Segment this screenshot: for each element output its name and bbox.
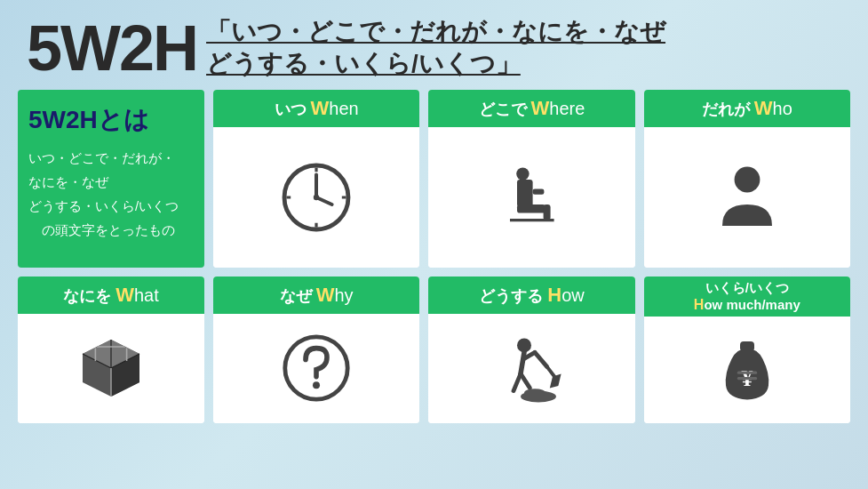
subtitle-line2: どうする・いくら/いくつ」 [206,48,665,80]
card-why: なぜ Why [213,277,419,423]
card-howmuch-body: ¥ [644,317,850,423]
clock-icon [281,162,352,233]
svg-rect-9 [517,204,545,213]
card-where-body [428,127,634,268]
main-title: 5W2H [27,16,197,80]
svg-point-14 [734,166,760,192]
question-icon [281,333,352,404]
card-where-label: どこで Where [479,100,585,118]
seat-icon [496,162,567,233]
5w2h-description-box: 5W2Hとは いつ・どこで・だれが・ なにを・なぜ どうする・いくら/いくつ の… [18,90,204,268]
svg-line-28 [521,353,524,374]
person-icon [712,162,783,233]
card-why-header: なぜ Why [213,277,419,314]
card-who: だれが Who [644,90,850,268]
card-when: いつ When [213,90,419,268]
card-howmuch: いくら/いくつ How much/many ¥ [644,277,850,423]
svg-rect-8 [517,180,533,206]
svg-line-32 [521,374,530,389]
card-when-header: いつ When [213,90,419,127]
card-when-body [213,127,419,268]
card-how-body [428,314,634,423]
box-icon [76,333,147,404]
card-where: どこで Where [428,90,634,268]
card-how: どうする How [428,277,634,423]
moneybag-icon: ¥ [712,334,783,405]
svg-rect-37 [740,341,754,351]
svg-rect-40 [737,377,757,380]
left-box-title: 5W2Hとは [28,103,194,137]
card-what: なにを What [18,277,204,423]
card-who-body [644,127,850,268]
card-what-body [18,314,204,423]
svg-line-30 [535,353,547,367]
worker-icon [496,333,567,404]
svg-rect-10 [544,204,551,220]
left-box-desc: いつ・どこで・だれが・ なにを・なぜ どうする・いくら/いくつ の頭文字をとった… [28,146,194,242]
svg-rect-12 [533,188,545,194]
card-what-header: なにを What [18,277,204,314]
card-why-label: なぜ Why [280,287,354,305]
card-why-body [213,314,419,423]
svg-rect-39 [737,371,757,373]
title-area: 5W2H 「いつ・どこで・だれが・なにを・なぜ どうする・いくら/いくつ」 [0,0,868,90]
svg-line-31 [514,374,521,391]
card-howmuch-label-en: How much/many [651,297,843,313]
svg-point-11 [517,167,530,180]
svg-point-36 [524,389,545,397]
card-who-header: だれが Who [644,90,850,127]
card-howmuch-header: いくら/いくつ How much/many [644,277,850,317]
card-how-label: どうする How [479,287,584,305]
card-what-label: なにを What [63,287,159,305]
svg-point-26 [313,381,320,389]
svg-marker-34 [550,374,561,389]
card-who-label: だれが Who [702,100,792,118]
card-where-header: どこで Where [428,90,634,127]
card-when-label: いつ When [275,100,359,118]
card-how-header: どうする How [428,277,634,314]
subtitle-line1: 「いつ・どこで・だれが・なにを・なぜ [206,16,665,48]
subtitle: 「いつ・どこで・だれが・なにを・なぜ どうする・いくら/いくつ」 [206,16,665,81]
svg-point-3 [314,195,319,200]
card-howmuch-label-jp: いくら/いくつ [651,280,843,297]
